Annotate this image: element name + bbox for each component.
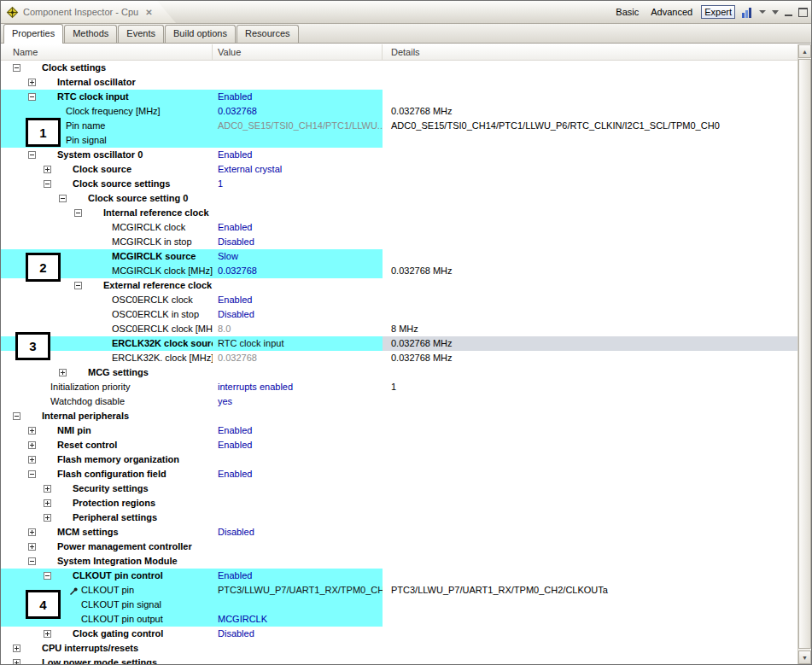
collapse-icon[interactable] <box>28 470 36 478</box>
value-cell[interactable]: Enabled <box>213 148 383 162</box>
table-row[interactable]: MCGIRCLK clock [MHz]0.0327680.032768 MHz <box>1 264 799 278</box>
value-cell[interactable] <box>213 641 383 656</box>
table-row[interactable]: OSC0ERCLK clock [MHz]8.08 MHz <box>1 322 799 336</box>
collapse-icon[interactable] <box>28 93 36 101</box>
mode-button-expert[interactable]: Expert <box>701 5 735 19</box>
table-row[interactable]: Pin signal <box>1 133 799 148</box>
expand-icon[interactable] <box>44 499 51 507</box>
value-cell[interactable]: Enabled <box>213 220 383 235</box>
tab-build-options[interactable]: Build options <box>165 25 236 43</box>
table-row[interactable]: CPU interrupts/resets <box>1 641 799 656</box>
chart-dropdown-icon[interactable] <box>759 10 766 14</box>
scroll-down-icon[interactable]: ▼ <box>798 650 811 664</box>
collapse-icon[interactable] <box>74 209 82 217</box>
value-cell[interactable]: Enabled <box>213 438 383 452</box>
value-cell[interactable]: Enabled <box>213 293 383 307</box>
table-row[interactable]: Clock source settings1 <box>1 177 799 191</box>
value-cell[interactable]: External crystal <box>213 162 383 177</box>
expand-icon[interactable] <box>44 485 51 493</box>
collapse-icon[interactable] <box>28 151 36 159</box>
column-header-details[interactable]: Details <box>383 44 799 60</box>
value-cell[interactable] <box>213 496 383 510</box>
table-row[interactable]: CLKOUT pin outputMCGIRCLK <box>1 612 799 627</box>
table-row[interactable]: Low power mode settings <box>1 656 799 664</box>
table-row[interactable]: CLKOUT pin controlEnabled <box>1 569 799 583</box>
table-row[interactable]: Initialization priorityinterrupts enable… <box>1 380 799 394</box>
table-row[interactable]: Clock source setting 0 <box>1 191 799 206</box>
table-row[interactable]: RTC clock inputEnabled <box>1 90 799 104</box>
expand-icon[interactable] <box>28 528 36 536</box>
column-header-value[interactable]: Value <box>213 44 383 60</box>
tab-resources[interactable]: Resources <box>237 25 299 43</box>
scroll-up-icon[interactable]: ▲ <box>798 44 811 58</box>
table-row[interactable]: Flash memory organization <box>1 452 799 467</box>
table-row[interactable]: System Integration Module <box>1 554 799 569</box>
table-row[interactable]: MCGIRCLK in stopDisabled <box>1 235 799 249</box>
value-cell[interactable]: 0.032768 <box>213 351 383 365</box>
value-cell[interactable]: Disabled <box>213 307 383 322</box>
value-cell[interactable]: Disabled <box>213 235 383 249</box>
table-row[interactable]: ERCLK32K. clock [MHz]0.0327680.032768 MH… <box>1 351 799 365</box>
collapse-icon[interactable] <box>74 282 82 289</box>
value-cell[interactable] <box>213 191 383 206</box>
table-row[interactable]: OSC0ERCLK clockEnabled <box>1 293 799 307</box>
column-header-name[interactable]: Name <box>1 44 213 60</box>
value-cell[interactable] <box>213 481 383 496</box>
value-cell[interactable] <box>213 656 383 664</box>
value-cell[interactable] <box>213 554 383 569</box>
table-row[interactable]: CLKOUT pin signal <box>1 598 799 612</box>
table-row[interactable]: System oscillator 0Enabled <box>1 148 799 162</box>
expand-icon[interactable] <box>13 645 20 652</box>
value-cell[interactable]: ADC0_SE15/TSI0_CH14/PTC1/LLWU... <box>213 119 383 133</box>
collapse-icon[interactable] <box>44 180 51 188</box>
table-row[interactable]: NMI pinEnabled <box>1 423 799 438</box>
table-row[interactable]: Watchdog disableyes <box>1 394 799 409</box>
table-row[interactable]: ERCLK32K clock sourceRTC clock input0.03… <box>1 336 799 351</box>
table-row[interactable]: Internal oscillator <box>1 75 799 90</box>
collapse-icon[interactable] <box>28 557 36 565</box>
expand-icon[interactable] <box>28 543 36 551</box>
minimize-icon[interactable] <box>785 8 792 16</box>
value-cell[interactable]: 0.032768 <box>213 104 383 119</box>
value-cell[interactable]: interrupts enabled <box>213 380 383 394</box>
table-row[interactable]: MCG settings <box>1 365 799 380</box>
value-cell[interactable] <box>213 510 383 525</box>
value-cell[interactable]: Enabled <box>213 90 383 104</box>
mode-button-basic[interactable]: Basic <box>612 5 642 19</box>
expand-icon[interactable] <box>28 456 36 464</box>
value-cell[interactable]: yes <box>213 394 383 409</box>
table-row[interactable]: MCGIRCLK sourceSlow <box>1 249 799 264</box>
collapse-icon[interactable] <box>44 572 51 580</box>
value-cell[interactable]: PTC3/LLWU_P7/UART1_RX/TPM0_CH... <box>213 583 383 598</box>
value-cell[interactable] <box>213 61 383 75</box>
value-cell[interactable]: RTC clock input <box>213 336 383 351</box>
mode-button-advanced[interactable]: Advanced <box>647 5 696 19</box>
maximize-icon[interactable] <box>798 8 808 17</box>
value-cell[interactable] <box>213 278 383 293</box>
tab-properties[interactable]: Properties <box>3 24 63 44</box>
table-row[interactable]: Reset controlEnabled <box>1 438 799 452</box>
value-cell[interactable]: Slow <box>213 249 383 264</box>
vertical-scrollbar[interactable]: ▲ ▼ <box>797 44 811 664</box>
value-cell[interactable] <box>213 452 383 467</box>
table-row[interactable]: Clock frequency [MHz]0.0327680.032768 MH… <box>1 104 799 119</box>
close-icon[interactable]: ✕ <box>145 8 152 17</box>
expand-icon[interactable] <box>59 369 67 376</box>
value-cell[interactable]: Enabled <box>213 467 383 481</box>
chart-icon[interactable] <box>741 7 753 18</box>
table-row[interactable]: CLKOUT pinPTC3/LLWU_P7/UART1_RX/TPM0_CH.… <box>1 583 799 598</box>
table-row[interactable]: Internal reference clock <box>1 206 799 220</box>
table-row[interactable]: MCGIRCLK clockEnabled <box>1 220 799 235</box>
expand-icon[interactable] <box>28 79 36 86</box>
value-cell[interactable] <box>213 598 383 612</box>
value-cell[interactable] <box>213 409 383 423</box>
expand-icon[interactable] <box>28 441 36 449</box>
table-row[interactable]: OSC0ERCLK in stopDisabled <box>1 307 799 322</box>
value-cell[interactable]: MCGIRCLK <box>213 612 383 627</box>
table-row[interactable]: Clock settings <box>1 61 799 75</box>
value-cell[interactable]: 8.0 <box>213 322 383 336</box>
view-menu-icon[interactable] <box>772 10 779 15</box>
value-cell[interactable]: Enabled <box>213 569 383 583</box>
tab-events[interactable]: Events <box>118 25 164 43</box>
collapse-icon[interactable] <box>13 64 20 72</box>
